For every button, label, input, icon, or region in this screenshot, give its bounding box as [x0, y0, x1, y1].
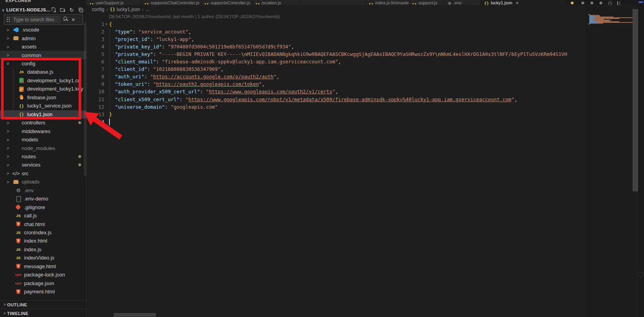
sidebar-item--env-demo[interactable]: .env-demo [0, 195, 87, 203]
code-token [109, 59, 115, 65]
sidebar-item-node-modules[interactable]: >node_modules [0, 144, 87, 152]
sidebar-item-uploads[interactable]: >uploads [0, 178, 87, 186]
outline-section-header[interactable]: > OUTLINE [0, 300, 87, 309]
sidebar-item-common[interactable]: >common [0, 51, 87, 59]
sidebar-item-services[interactable]: >services [0, 161, 87, 169]
item-label: admin [22, 35, 35, 41]
item-label: common [22, 52, 41, 58]
explorer-sidebar: EXPLORER ∨ LUCKY1-NODEJS... ↻ ~ × >.vsco… [0, 0, 87, 317]
sidebar-item-chat-html[interactable]: chat.html [0, 220, 87, 228]
search-input[interactable] [11, 16, 60, 23]
code-line-6[interactable]: 6 "client_email": "firebase-adminsdk-spp… [87, 58, 585, 65]
sidebar-scrollbar[interactable] [84, 22, 86, 176]
new-file-icon[interactable] [50, 7, 57, 13]
item-label: routes [22, 154, 36, 159]
code-token: , [191, 36, 194, 42]
code-line-14[interactable]: 14 [87, 118, 585, 126]
sidebar-item-admin[interactable]: >admin [0, 34, 87, 42]
code-link: https://www.googleapis.com/robot/v1/meta… [188, 96, 511, 102]
code-line-5[interactable]: 5 "private_key": "-----BEGIN PRIVATE KEY… [87, 50, 585, 58]
code-line-4[interactable]: 4 "private_key_id": "970480fd3004c501219… [87, 43, 585, 50]
npm-icon [15, 272, 22, 278]
code-text: } [109, 111, 112, 118]
sidebar-item-indexvideo-js[interactable]: indexVideo.js [0, 254, 87, 262]
horizontal-scrollbar[interactable] [114, 313, 156, 317]
sidebar-item--vscode[interactable]: >.vscode [0, 26, 87, 34]
accent-dash-icon [638, 2, 643, 3]
tree-indent-guide [13, 68, 13, 119]
item-label: development_lucky1.key [27, 86, 83, 92]
item-label: node_modules [22, 145, 55, 151]
code-area[interactable]: 1∨{2 "type": "service_account",3 "projec… [87, 0, 585, 317]
code-line-13[interactable]: 13} [87, 111, 585, 118]
sidebar-item-controllers[interactable]: >controllers [0, 119, 87, 127]
sidebar-item-index-html[interactable]: index.html [0, 237, 87, 245]
code-line-1[interactable]: 1∨{ [87, 20, 585, 28]
code-line-3[interactable]: 3 "project_id": "lucky1-app", [87, 35, 585, 43]
sidebar-item-package-lock-json[interactable]: package-lock.json [0, 271, 87, 279]
chevron-right-icon: > [6, 154, 10, 159]
json-icon: {} [484, 1, 489, 5]
code-token: "lucky1-app" [156, 36, 191, 42]
item-label: package-lock.json [24, 272, 65, 278]
sidebar-item-cronindex-js[interactable]: cronIndex.js [0, 228, 87, 237]
code-line-11[interactable]: 11 "client_x509_cert_url": "https://www.… [87, 96, 585, 103]
minimap-line [588, 24, 633, 24]
tab-supportscontroller-js[interactable]: supportsController.js [202, 0, 253, 5]
code-line-10[interactable]: 10 "auth_provider_x509_cert_url": "https… [87, 88, 585, 95]
split-editor-icon[interactable] [617, 1, 618, 5]
tab-empty[interactable] [300, 0, 366, 5]
sidebar-item--env[interactable]: .env [0, 186, 87, 195]
tab-lucky1-json[interactable]: {}lucky1.json× [481, 0, 568, 5]
tab-support-js[interactable]: support.js [409, 0, 445, 5]
js-icon [15, 230, 22, 236]
sidebar-item--gitignore[interactable]: .gitignore [0, 203, 87, 211]
sidebar-item-routes[interactable]: >routes [0, 152, 87, 161]
drag-handle-icon[interactable] [7, 17, 8, 18]
sidebar-item-models[interactable]: >models [0, 135, 87, 144]
sidebar-item-package-json[interactable]: package.json [0, 279, 87, 287]
code-line-8[interactable]: 8 "auth_uri": "https://accounts.google.c… [87, 73, 585, 80]
timeline-section-header[interactable]: > TIMELINE [0, 309, 87, 317]
code-token: : [162, 44, 168, 50]
code-line-7[interactable]: 7 "client_id": "102166088830536347969", [87, 65, 585, 73]
file-filter-widget: ~ × [4, 14, 83, 25]
tab-index-js-fin-master[interactable]: index.js fin\master [366, 0, 409, 5]
vertical-scrollbar[interactable] [633, 9, 638, 191]
close-icon[interactable]: × [72, 17, 75, 22]
tab-supportschatcontroller-js[interactable]: supportsChatController.js [142, 0, 202, 5]
item-label: .gitignore [24, 204, 45, 210]
info-icon[interactable]: i [608, 2, 612, 5]
code-line-2[interactable]: 2 "type": "service_account", [87, 28, 585, 35]
sidebar-item-payment-html[interactable]: payment.html [0, 287, 87, 296]
code-line-9[interactable]: 9 "token_uri": "https://oauth2.googleapi… [87, 80, 585, 88]
sidebar-item-middlewares[interactable]: >middlewares [0, 127, 87, 135]
sidebar-item-index-js[interactable]: index.js [0, 245, 87, 254]
sidebar-item-config[interactable]: ∨config [0, 59, 87, 68]
refresh-icon[interactable]: ↻ [68, 7, 75, 13]
toolbar-circle-icon[interactable] [590, 2, 593, 4]
code-text: "client_email": "firebase-adminsdk-sppkv… [109, 58, 341, 65]
new-folder-icon[interactable] [59, 7, 66, 13]
tab--env[interactable]: ⚙.env [445, 0, 481, 5]
tab-location-js[interactable]: location.js [253, 0, 300, 5]
collapse-all-icon[interactable] [78, 7, 84, 13]
toolbar-circle-icon[interactable] [581, 2, 584, 4]
code-line-12[interactable]: 12 "universe_domain": "googleapis.com" [87, 103, 585, 111]
fold-chevron-icon[interactable]: ∨ [104, 20, 109, 28]
panel-title: EXPLORER [6, 0, 31, 4]
close-icon[interactable]: × [516, 0, 518, 5]
item-label: .env [24, 187, 34, 193]
tab-usersupport-js[interactable]: userSupport.js [87, 0, 142, 5]
sidebar-item-assets[interactable]: >assets [0, 43, 87, 51]
sidebar-item-src[interactable]: >src [0, 169, 87, 178]
minimap[interactable] [588, 14, 633, 26]
sidebar-item-call-js[interactable]: call.js [0, 211, 87, 220]
html-icon [15, 263, 22, 269]
fuzzy-search-icon[interactable]: ~ [63, 17, 69, 23]
toolbar-circle-icon[interactable] [600, 2, 602, 4]
item-label: controllers [22, 120, 45, 126]
code-token [109, 36, 115, 42]
sidebar-item-message-html[interactable]: message.html [0, 262, 87, 271]
line-number: 12 [87, 103, 104, 111]
